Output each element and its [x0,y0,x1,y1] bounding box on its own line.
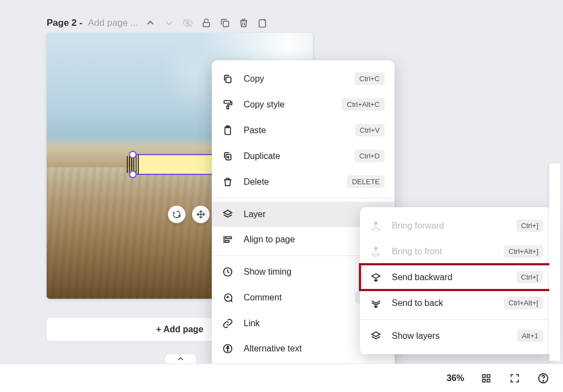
menu-copy[interactable]: Copy Ctrl+C [212,66,395,92]
submenu-label: Show layers [392,331,507,341]
submenu-label: Send to back [392,298,494,308]
menu-label: Duplicate [244,151,345,161]
svg-rect-2 [223,21,229,27]
page-toolbar: Page 2 - Add page ... [47,16,269,30]
menu-label: Layer [244,209,363,219]
rotate-icon[interactable] [168,206,185,223]
submenu-label: Send backward [392,272,506,282]
add-page-icon[interactable] [256,16,269,30]
zoom-level[interactable]: 36% [447,373,464,383]
svg-rect-15 [482,374,485,377]
send-backward-icon [370,271,382,283]
menu-label: Delete [244,177,337,187]
svg-rect-4 [226,77,231,82]
copy-icon [222,73,234,85]
clock-icon [222,266,234,278]
layers-icon [222,208,234,220]
submenu-bring-to-front: Bring to front Ctrl+Alt+] [360,238,553,264]
shortcut-label: Ctrl+Alt+C [342,98,385,111]
bring-forward-icon [370,220,382,232]
svg-rect-10 [226,237,232,238]
trash-icon [222,176,234,188]
menu-label: Align to page [244,235,363,245]
submenu-label: Bring to front [392,247,494,257]
shortcut-label: Ctrl+V [355,124,385,137]
align-icon [222,234,234,246]
menu-label: Paste [244,126,345,135]
menu-copy-style[interactable]: Copy style Ctrl+Alt+C [212,92,395,117]
svg-rect-18 [487,379,490,382]
copy-page-icon[interactable] [218,16,232,30]
help-icon[interactable] [537,372,550,385]
grid-view-icon[interactable] [480,372,493,385]
eye-off-icon[interactable] [181,16,194,30]
bring-to-front-icon [370,246,382,258]
menu-duplicate[interactable]: Duplicate Ctrl+D [212,143,395,169]
shortcut-label: Ctrl+C [354,72,385,85]
expand-tab[interactable] [165,354,196,363]
page-title-input[interactable]: Add page ... [88,18,138,29]
resize-handle-top[interactable] [129,151,137,158]
layer-submenu: Bring forward Ctrl+] Bring to front Ctrl… [360,207,553,354]
layers-icon [370,330,382,342]
svg-rect-6 [227,106,228,109]
page-number-label: Page 2 - [47,18,82,29]
chevron-down-icon[interactable] [162,16,176,30]
shortcut-label: Ctrl+Alt+] [504,245,543,258]
resize-handle-bottom[interactable] [129,171,137,178]
link-icon [222,317,234,329]
svg-point-14 [227,346,229,348]
add-page-label: + Add page [156,325,203,334]
send-to-back-icon [370,297,382,309]
svg-point-20 [543,380,543,380]
paint-roller-icon [222,99,234,111]
menu-label: Copy style [244,100,332,110]
shortcut-label: Ctrl+Alt+[ [504,297,543,309]
svg-rect-17 [482,379,485,382]
submenu-send-to-back[interactable]: Send to back Ctrl+Alt+[ [360,290,553,316]
submenu-bring-forward: Bring forward Ctrl+] [360,213,553,238]
svg-rect-16 [487,374,490,377]
shortcut-label: Ctrl+] [516,219,543,232]
menu-separator [360,319,553,320]
footer-bar: 36% [0,363,563,392]
comment-icon [222,292,234,304]
submenu-show-layers[interactable]: Show layers Alt+1 [360,323,553,349]
trash-icon[interactable] [237,16,250,30]
menu-paste[interactable]: Paste Ctrl+V [212,117,395,143]
shortcut-label: Ctrl+[ [516,271,543,283]
menu-label: Copy [244,74,345,84]
submenu-label: Bring forward [392,221,506,231]
lock-icon[interactable] [200,16,213,30]
submenu-send-backward[interactable]: Send backward Ctrl+[ [360,264,553,290]
accessibility-icon [222,343,234,355]
svg-rect-5 [224,100,230,103]
svg-rect-11 [226,241,229,242]
menu-delete[interactable]: Delete DELETE [212,169,395,195]
svg-rect-3 [259,20,266,27]
menu-label: Comment [244,293,345,303]
floating-controls [168,206,210,223]
shortcut-label: Ctrl+D [354,150,385,162]
shortcut-label: DELETE [347,175,385,188]
right-panel-edge [549,163,560,361]
menu-label: Link [244,319,360,328]
fullscreen-icon[interactable] [508,372,521,385]
shortcut-label: Alt+1 [517,329,543,342]
chevron-up-icon[interactable] [144,16,157,30]
svg-rect-1 [203,22,210,26]
menu-separator [212,198,395,198]
move-icon[interactable] [192,206,210,223]
duplicate-icon [222,150,234,162]
clipboard-icon [222,124,234,137]
